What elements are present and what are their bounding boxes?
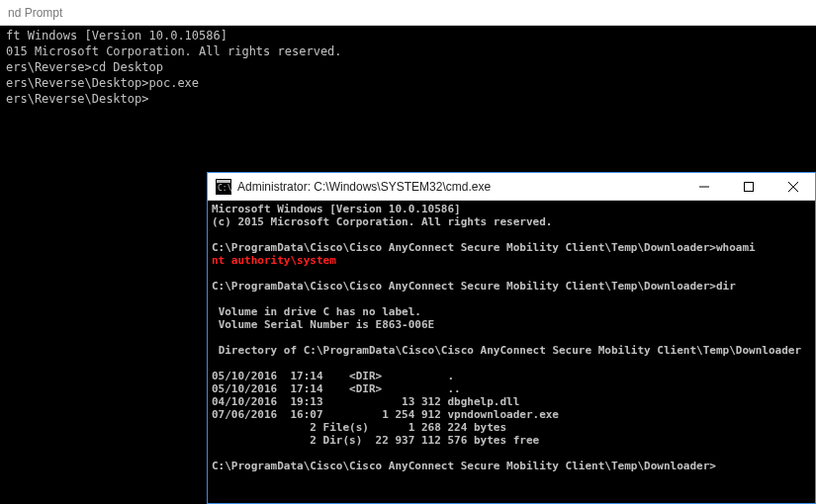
svg-rect-1: [217, 180, 230, 183]
admin-cmd-window[interactable]: C:\ Administrator: C:\Windows\SYSTEM32\c…: [207, 172, 816, 504]
console-command: whoami: [716, 241, 756, 254]
dir-entry: 2 Dir(s) 22 937 112 576 bytes free: [212, 434, 539, 447]
console-line: ers\Reverse>cd Desktop: [6, 59, 810, 75]
console-line: ft Windows [Version 10.0.10586]: [6, 28, 810, 43]
dir-entry: 04/10/2016 19:13 13 312 dbghelp.dll: [212, 395, 519, 408]
console-command: dir: [716, 280, 736, 293]
admin-cmd-titlebar[interactable]: C:\ Administrator: C:\Windows\SYSTEM32\c…: [208, 173, 815, 201]
admin-cmd-title: Administrator: C:\Windows\SYSTEM32\cmd.e…: [237, 180, 681, 194]
window-controls: [681, 173, 815, 200]
console-line: ers\Reverse\Desktop>poc.exe: [6, 75, 810, 91]
console-text: Volume in drive C has no label.: [212, 305, 421, 318]
close-button[interactable]: [771, 173, 815, 200]
maximize-button[interactable]: [726, 173, 771, 200]
dir-entry: 05/10/2016 17:14 <DIR> ..: [212, 382, 461, 395]
cmd-icon: C:\: [216, 179, 231, 195]
console-text: (c) 2015 Microsoft Corporation. All righ…: [212, 215, 552, 228]
dir-entry: 05/10/2016 17:14 <DIR> .: [212, 370, 454, 382]
svg-rect-4: [744, 182, 753, 191]
console-text: Microsoft Windows [Version 10.0.10586]: [212, 203, 461, 215]
outer-window-titlebar[interactable]: nd Prompt: [0, 0, 816, 26]
console-prompt: C:\ProgramData\Cisco\Cisco AnyConnect Se…: [212, 280, 716, 293]
console-text: Directory of C:\ProgramData\Cisco\Cisco …: [212, 344, 801, 357]
console-line: 015 Microsoft Corporation. All rights re…: [6, 43, 810, 59]
svg-text:C:\: C:\: [218, 184, 231, 193]
dir-entry: 07/06/2016 16:07 1 254 912 vpndownloader…: [212, 408, 559, 421]
outer-window-title: nd Prompt: [8, 6, 62, 20]
minimize-button[interactable]: [681, 173, 726, 200]
console-line: ers\Reverse\Desktop>: [6, 91, 810, 107]
console-prompt: C:\ProgramData\Cisco\Cisco AnyConnect Se…: [212, 241, 716, 254]
console-text: Volume Serial Number is E863-006E: [212, 318, 434, 331]
console-prompt: C:\ProgramData\Cisco\Cisco AnyConnect Se…: [212, 460, 716, 472]
admin-console-body[interactable]: Microsoft Windows [Version 10.0.10586] (…: [208, 201, 815, 503]
dir-entry: 2 File(s) 1 268 224 bytes: [212, 421, 506, 434]
whoami-output: nt authority\system: [212, 254, 336, 267]
